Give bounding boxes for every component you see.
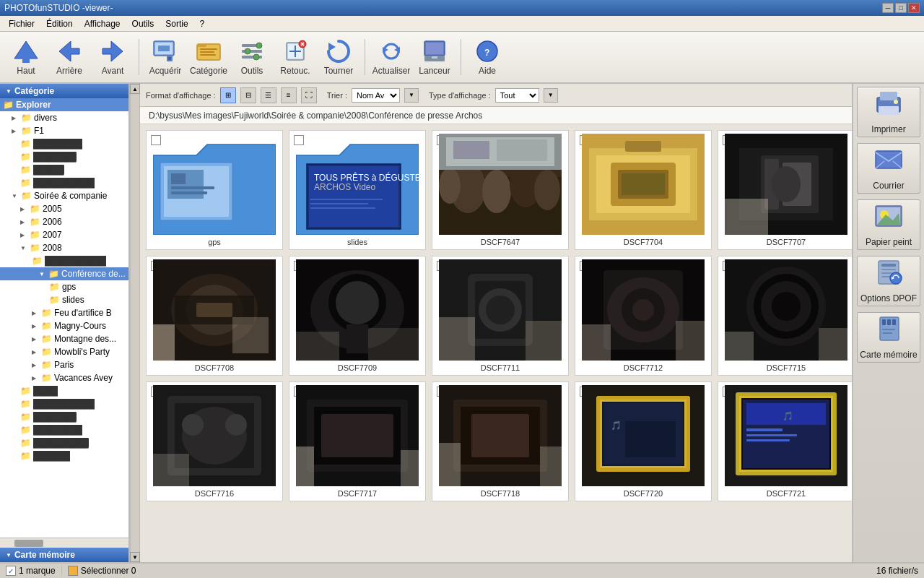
scroll-up-arrow[interactable]: ▲	[130, 84, 140, 94]
tree-item-blurred1[interactable]: 📁 ████████	[0, 137, 128, 150]
view-btn-fit[interactable]: ⛶	[301, 87, 317, 103]
sidebar-btn-carte-memoire[interactable]: Carte mémoire	[857, 312, 920, 363]
photo-item-dscf7716[interactable]: DSCF7716	[146, 381, 283, 501]
toolbar-lanceur[interactable]: Lanceur	[414, 35, 455, 79]
tree-item-f1[interactable]: ▶ 📁 F1	[0, 124, 128, 137]
tree-scrollbar[interactable]	[0, 538, 128, 548]
tree-item-divers[interactable]: ▶ 📁 divers	[0, 111, 128, 124]
toolbar-acquerir[interactable]: Acquérir	[145, 35, 186, 79]
minimize-button[interactable]: ─	[882, 3, 894, 13]
tree-item-blurred2[interactable]: 📁 ███████	[0, 150, 128, 163]
toolbar-avant[interactable]: Avant	[92, 35, 133, 79]
toolbar-tourner[interactable]: Tourner	[318, 35, 359, 79]
photo-item-dscf7715[interactable]: DSCF7715	[718, 256, 852, 376]
close-button[interactable]: ✕	[908, 3, 920, 13]
svg-rect-1	[22, 57, 30, 63]
svg-point-101	[632, 299, 654, 321]
tree-item-mowbli[interactable]: ▶ 📁 Mowbli's Party	[0, 345, 128, 358]
photo-item-dscf7704[interactable]: DSCF7704	[575, 130, 712, 250]
tree-item-2005[interactable]: ▶ 📁 2005	[0, 202, 128, 215]
tree-view[interactable]: 📁 Explorer ▶ 📁 divers ▶ 📁 F1 📁 ████████ …	[0, 98, 128, 538]
menu-affichage[interactable]: Affichage	[79, 17, 126, 30]
viewer-topbar: Format d'affichage : ⊞ ⊟ ☰ ≡ ⛶ Trier : N…	[140, 84, 852, 107]
tree-item-blurred4[interactable]: 📁 ██████████	[0, 176, 128, 189]
photo-item-slides[interactable]: TOUS PRÊTS à DÉGUSTER ARCHOS Video slide…	[289, 130, 426, 250]
tree-item-blurred3[interactable]: 📁 █████	[0, 163, 128, 176]
photo-item-dscf7647[interactable]: ✓	[432, 130, 569, 250]
tree-item-2006[interactable]: ▶ 📁 2006	[0, 215, 128, 228]
photo-item-dscf7708[interactable]: DSCF7708	[146, 256, 283, 376]
courrier-icon	[874, 147, 903, 178]
menu-sortie[interactable]: Sortie	[160, 17, 193, 30]
tree-item-feu[interactable]: ▶ 📁 Feu d'artifice B	[0, 306, 128, 319]
tree-item-gps-sub[interactable]: 📁 gps	[0, 280, 128, 293]
tree-item-blurred8[interactable]: 📁 ███████	[0, 410, 128, 423]
menu-fichier[interactable]: Fichier	[3, 17, 40, 30]
toolbar-categorie[interactable]: Catégorie	[188, 35, 229, 79]
toolbar-actualiser[interactable]: Actualiser	[371, 35, 411, 79]
toolbar-retoucher[interactable]: Retouc.	[275, 35, 315, 79]
photo-item-gps[interactable]: gps	[146, 130, 283, 250]
svg-rect-40	[171, 186, 214, 189]
tree-item-blurred11[interactable]: 📁 ██████	[0, 449, 128, 462]
svg-marker-0	[14, 41, 38, 59]
svg-text:🎵: 🎵	[611, 420, 622, 431]
toolbar-aide[interactable]: ? Aide	[467, 35, 507, 79]
tree-item-blurred7[interactable]: 📁 ██████████	[0, 397, 128, 410]
menu-aide[interactable]: ?	[194, 17, 211, 30]
view-btn-grid2[interactable]: ⊟	[240, 87, 256, 103]
sort-btn[interactable]: ▼	[404, 88, 419, 103]
tree-item-slides-sub[interactable]: 📁 slides	[0, 293, 128, 306]
tree-item-blurred5[interactable]: 📁 ██████████	[0, 254, 128, 267]
photo-item-dscf7721[interactable]: 🎵 DSCF7721	[718, 381, 852, 501]
toolbar-outils[interactable]: Outils	[232, 35, 272, 79]
tree-item-vacances[interactable]: ▶ 📁 Vacances Avey	[0, 371, 128, 384]
left-panel: Catégorie 📁 Explorer ▶ 📁 divers ▶ 📁 F1 📁…	[0, 84, 130, 562]
toolbar-arriere[interactable]: Arrière	[49, 35, 90, 79]
scroll-down-arrow[interactable]: ▼	[130, 552, 140, 562]
photo-item-dscf7720[interactable]: 🎵 DSCF7720	[575, 381, 712, 501]
photo-item-dscf7717[interactable]: DSCF7717	[289, 381, 426, 501]
photo-name-dscf7716: DSCF7716	[195, 489, 234, 498]
view-btn-list[interactable]: ☰	[261, 87, 276, 103]
tree-item-2008[interactable]: ▼ 📁 2008	[0, 241, 128, 254]
folder-icon: 📁	[30, 204, 40, 214]
tree-item-label: ████████	[33, 425, 82, 435]
photo-item-dscf7709[interactable]: DSCF7709	[289, 256, 426, 376]
sidebar-btn-imprimer[interactable]: Imprimer	[857, 87, 920, 137]
sort-select[interactable]: Nom Av Nom Dé Date Av Date Dé	[352, 88, 400, 103]
menu-outils[interactable]: Outils	[126, 17, 160, 30]
sidebar-btn-papier-peint[interactable]: Papier peint	[857, 199, 920, 250]
photo-area[interactable]: gps TOUS PRÊTS à DÉGUSTER ARCHOS Video	[140, 124, 852, 562]
photo-item-dscf7712[interactable]: DSCF7712	[575, 256, 712, 376]
view-btn-grid1[interactable]: ⊞	[220, 87, 236, 103]
tree-item-2007[interactable]: ▶ 📁 2007	[0, 228, 128, 241]
type-select[interactable]: Tout Photos Vidéos	[495, 88, 539, 103]
tree-item-explorer[interactable]: 📁 Explorer	[0, 98, 128, 111]
tree-item-soiree[interactable]: ▼ 📁 Soirée & companie	[0, 189, 128, 202]
tree-item-montagne[interactable]: ▶ 📁 Montagne des...	[0, 332, 128, 345]
marque-checkbox: ✓	[6, 566, 16, 576]
tree-item-paris[interactable]: ▶ 📁 Paris	[0, 358, 128, 371]
photo-item-dscf7718[interactable]: DSCF7718	[432, 381, 569, 501]
tree-item-conference[interactable]: ▼ 📁 Conférence de...	[0, 267, 128, 280]
tree-item-magny[interactable]: ▶ 📁 Magny-Cours	[0, 319, 128, 332]
sidebar-btn-courrier[interactable]: Courrier	[857, 143, 920, 194]
scrollbar-thumb[interactable]	[14, 540, 43, 547]
tree-item-label: Feu d'artifice B	[54, 308, 112, 318]
maximize-button[interactable]: □	[895, 3, 907, 13]
tree-item-blurred10[interactable]: 📁 █████████	[0, 436, 128, 449]
folder-icon: 📁	[41, 308, 52, 318]
sidebar-btn-options-dpof[interactable]: Options DPOF	[857, 256, 920, 306]
photo-item-dscf7707[interactable]: DSCF7707	[718, 130, 852, 250]
photo-name-dscf7712: DSCF7712	[624, 363, 663, 372]
courrier-label: Courrier	[873, 181, 904, 191]
type-btn[interactable]: ▼	[544, 88, 558, 103]
toolbar-haut[interactable]: Haut	[6, 35, 46, 79]
photo-item-dscf7711[interactable]: DSCF7711	[432, 256, 569, 376]
tree-item-blurred9[interactable]: 📁 ████████	[0, 423, 128, 436]
view-btn-detail[interactable]: ≡	[281, 87, 297, 103]
svg-rect-39	[171, 173, 186, 184]
menu-edition[interactable]: Édition	[40, 17, 79, 30]
tree-item-blurred6[interactable]: 📁 ████	[0, 384, 128, 397]
